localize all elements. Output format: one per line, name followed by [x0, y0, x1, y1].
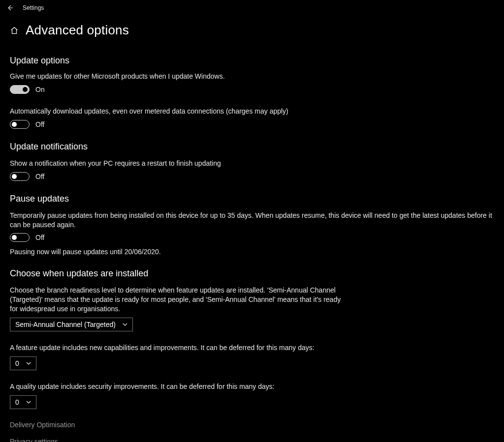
page-title: Advanced options [26, 23, 129, 38]
toggle-row-pause-updates: Off [10, 233, 494, 242]
link-privacy-settings[interactable]: Privacy settings [10, 438, 494, 442]
desc-ms-products-updates: Give me updates for other Microsoft prod… [10, 72, 494, 81]
dropdown-quality-value: 0 [15, 398, 19, 406]
desc-feature-defer: A feature update includes new capabiliti… [10, 343, 494, 353]
section-heading-update-notifications: Update notifications [10, 142, 494, 152]
dropdown-branch-readiness[interactable]: Semi-Annual Channel (Targeted) [10, 318, 133, 331]
dropdown-feature-value: 0 [15, 359, 19, 367]
toggle-row-metered: Off [10, 120, 494, 129]
arrow-left-icon [6, 4, 14, 12]
link-delivery-optimisation[interactable]: Delivery Optimisation [10, 421, 494, 429]
desc-metered-downloads: Automatically download updates, even ove… [10, 107, 494, 116]
page-header: Advanced options [10, 23, 494, 38]
pause-note: Pausing now will pause updates until 20/… [10, 248, 494, 256]
chevron-down-icon [123, 322, 127, 327]
section-heading-choose-when: Choose when updates are installed [10, 268, 494, 279]
toggle-ms-products-updates[interactable] [10, 85, 30, 94]
chevron-down-icon [26, 361, 31, 366]
desc-restart-notify: Show a notification when your PC require… [10, 159, 494, 168]
toggle-row-ms-products: On [10, 85, 494, 94]
chevron-down-icon [26, 400, 31, 405]
content-area: Advanced options Update options Give me … [0, 16, 504, 442]
dropdown-branch-value: Semi-Annual Channel (Targeted) [15, 321, 116, 328]
back-button[interactable] [5, 3, 15, 13]
toggle-row-restart-notify: Off [10, 172, 494, 181]
titlebar: Settings [0, 0, 504, 16]
toggle-restart-notify[interactable] [10, 172, 30, 181]
section-heading-update-options: Update options [10, 56, 494, 66]
toggle-metered-downloads[interactable] [10, 120, 30, 129]
toggle-label-ms-products: On [35, 86, 45, 93]
section-heading-pause-updates: Pause updates [10, 194, 494, 204]
desc-branch-readiness: Choose the branch readiness level to det… [10, 286, 345, 314]
toggle-pause-updates[interactable] [10, 233, 30, 242]
toggle-label-metered: Off [35, 120, 44, 128]
desc-pause-updates: Temporarily pause updates from being ins… [10, 211, 494, 230]
dropdown-quality-defer-days[interactable]: 0 [10, 395, 36, 409]
toggle-label-restart-notify: Off [35, 173, 44, 180]
desc-quality-defer: A quality update includes security impro… [10, 382, 494, 391]
dropdown-feature-defer-days[interactable]: 0 [10, 356, 36, 370]
toggle-label-pause: Off [35, 234, 44, 241]
home-icon[interactable] [10, 26, 19, 35]
titlebar-app-name: Settings [23, 4, 44, 11]
